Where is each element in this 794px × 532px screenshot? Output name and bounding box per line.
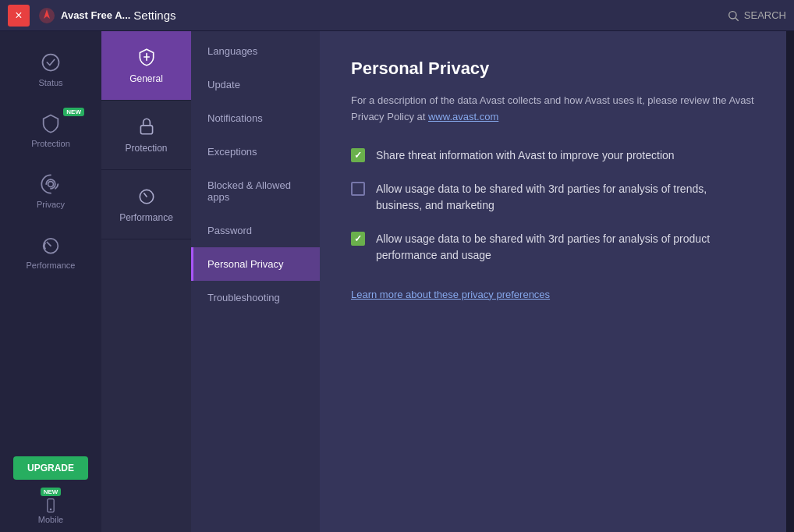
avast-logo-icon xyxy=(37,6,56,25)
checkbox-allow-usage-3rd[interactable] xyxy=(351,182,365,196)
description-text: For a description of the data Avast coll… xyxy=(351,94,754,122)
protection-shield-icon xyxy=(40,112,62,134)
submenu-troubleshooting[interactable]: Troubleshooting xyxy=(191,281,320,314)
general-shield-icon xyxy=(136,47,157,67)
settings-title: Settings xyxy=(130,9,726,22)
learn-more-link[interactable]: Learn more about these privacy preferenc… xyxy=(351,289,550,300)
svg-line-2 xyxy=(736,18,739,21)
mobile-icon xyxy=(43,498,58,513)
sidebar-privacy-label: Privacy xyxy=(37,200,65,209)
option-row-allow-usage-3rd: Allow usage data to be shared with 3rd p… xyxy=(351,181,755,214)
category-performance[interactable]: Performance xyxy=(101,170,191,239)
submenu-update[interactable]: Update xyxy=(191,68,320,101)
protection-new-badge: NEW xyxy=(63,108,84,116)
category-protection-label: Protection xyxy=(125,143,167,154)
protection-lock-icon xyxy=(136,116,157,137)
check-circle-icon xyxy=(40,51,62,73)
mobile-label: Mobile xyxy=(38,515,63,524)
category-general-label: General xyxy=(129,73,163,84)
option-label-allow-product-usage: Allow usage data to be shared with 3rd p… xyxy=(376,231,755,264)
search-icon xyxy=(727,9,739,22)
mobile-new-badge: NEW xyxy=(41,488,62,496)
option-row-share-threat: Share threat information with Avast to i… xyxy=(351,147,755,164)
svg-point-3 xyxy=(43,55,59,71)
right-edge xyxy=(786,31,794,532)
performance-speedometer-icon xyxy=(136,186,157,206)
content-area: Personal Privacy For a description of th… xyxy=(320,31,786,532)
submenu: Languages Update Notifications Exception… xyxy=(191,31,320,532)
page-title: Personal Privacy xyxy=(351,59,755,79)
main-container: Status NEW Protection Privacy xyxy=(0,31,794,532)
sidebar-status-label: Status xyxy=(38,78,62,87)
app-logo: Avast Free A... xyxy=(37,6,130,25)
option-label-share-threat: Share threat information with Avast to i… xyxy=(376,147,675,164)
submenu-languages[interactable]: Languages xyxy=(191,34,320,68)
category-general[interactable]: General xyxy=(101,31,191,101)
avast-link[interactable]: www.avast.com xyxy=(428,111,498,122)
upgrade-button[interactable]: UPGRADE xyxy=(13,456,88,480)
content-description: For a description of the data Avast coll… xyxy=(351,93,755,126)
svg-rect-8 xyxy=(140,126,152,134)
sidebar-item-mobile[interactable]: NEW Mobile xyxy=(38,488,63,524)
gauge-icon xyxy=(40,234,62,256)
title-bar: × Avast Free A... Settings SEARCH xyxy=(0,0,794,31)
close-button[interactable]: × xyxy=(8,5,30,27)
search-area[interactable]: SEARCH xyxy=(727,9,786,22)
sidebar-icons: Status NEW Protection Privacy xyxy=(0,31,101,532)
submenu-personal-privacy[interactable]: Personal Privacy xyxy=(191,247,320,281)
sidebar-categories: General Protection Performance xyxy=(101,31,191,532)
category-protection[interactable]: Protection xyxy=(101,101,191,170)
app-name: Avast Free A... xyxy=(61,9,130,21)
fingerprint-icon xyxy=(40,173,62,195)
submenu-password[interactable]: Password xyxy=(191,214,320,247)
svg-point-1 xyxy=(728,11,736,18)
sidebar-item-performance[interactable]: Performance xyxy=(0,222,101,282)
submenu-notifications[interactable]: Notifications xyxy=(191,101,320,135)
sidebar-protection-label: Protection xyxy=(31,139,70,148)
sidebar-performance-label: Performance xyxy=(27,261,76,270)
sidebar-item-status[interactable]: Status xyxy=(0,39,101,100)
category-performance-label: Performance xyxy=(119,212,173,223)
option-label-allow-usage-3rd: Allow usage data to be shared with 3rd p… xyxy=(376,181,755,214)
search-label: SEARCH xyxy=(744,9,786,21)
option-row-allow-product-usage: Allow usage data to be shared with 3rd p… xyxy=(351,231,755,264)
submenu-exceptions[interactable]: Exceptions xyxy=(191,135,320,168)
submenu-blocked-allowed[interactable]: Blocked & Allowed apps xyxy=(191,168,320,214)
sidebar-item-protection[interactable]: NEW Protection xyxy=(0,100,101,161)
checkbox-allow-product-usage[interactable] xyxy=(351,232,365,246)
sidebar-item-privacy[interactable]: Privacy xyxy=(0,161,101,222)
checkbox-share-threat[interactable] xyxy=(351,148,365,162)
svg-point-4 xyxy=(48,182,54,187)
